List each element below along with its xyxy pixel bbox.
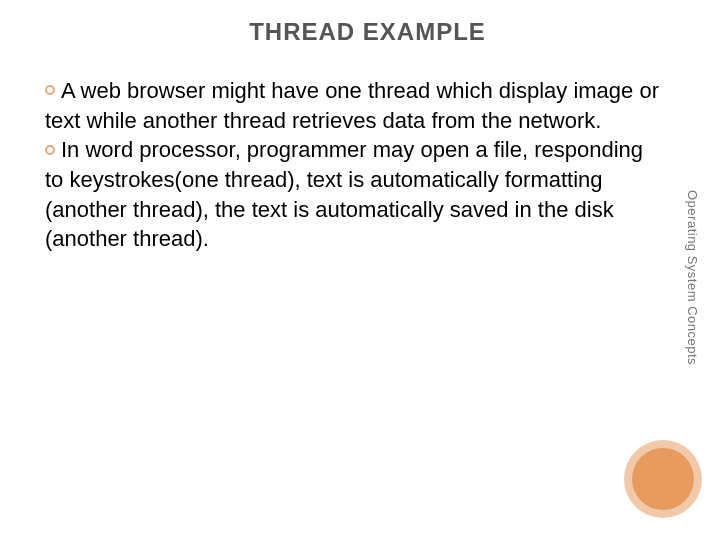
decorative-circle-inner <box>632 448 694 510</box>
list-item: A web browser might have one thread whic… <box>45 76 660 135</box>
list-item: In word processor, programmer may open a… <box>45 135 660 254</box>
content-area: A web browser might have one thread whic… <box>45 76 690 254</box>
bullet-icon <box>45 85 55 95</box>
slide: THREAD EXAMPLE A web browser might have … <box>0 0 720 540</box>
bullet-icon <box>45 145 55 155</box>
bullet-text: In word processor, programmer may open a… <box>45 137 643 251</box>
side-label: Operating System Concepts <box>685 190 700 365</box>
slide-title: THREAD EXAMPLE <box>45 18 690 46</box>
bullet-text: A web browser might have one thread whic… <box>45 78 659 133</box>
